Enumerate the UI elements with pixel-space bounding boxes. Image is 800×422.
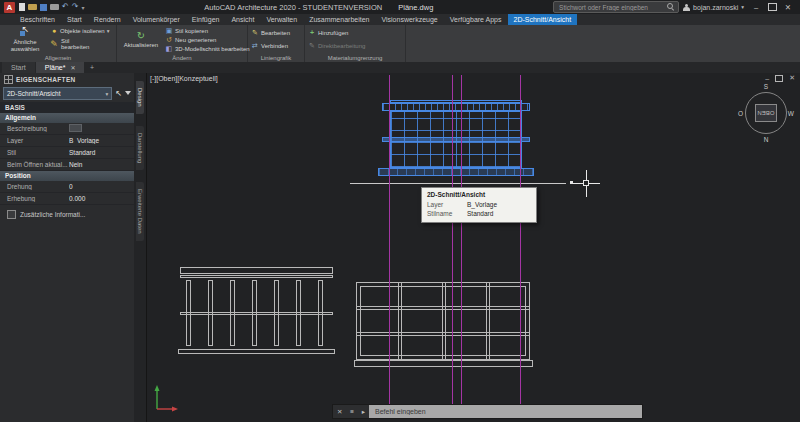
material-boundary-add-button[interactable]: + Hinzufügen (308, 28, 402, 37)
autocad-window: A ↶ ↷ ▾ AutoCAD Architecture 2020 - STUD… (0, 0, 800, 422)
select-similar-icon: ↖ (19, 27, 32, 39)
copy-style-button[interactable]: ▣ Stil kopieren (165, 26, 244, 35)
ribbon-tab-rendern[interactable]: Rendern (88, 14, 127, 25)
object-type-dropdown[interactable]: 2D-Schnitt/Ansicht ▾ (3, 87, 112, 100)
user-icon (683, 4, 690, 11)
refresh-icon: ↻ (137, 30, 145, 42)
viewcube-north[interactable]: N (764, 136, 769, 143)
drawing-canvas[interactable]: [-][Oben][Konzeptuell] – ✕ S W N O OBEN (146, 73, 800, 422)
close-button[interactable]: ✕ (780, 1, 796, 13)
construction-line-4[interactable] (520, 75, 521, 405)
viewcube-south[interactable]: S (764, 83, 768, 90)
ribbon-tab-verwalten[interactable]: Verwalten (260, 14, 303, 25)
minimize-button[interactable]: – (748, 1, 764, 13)
search-input[interactable] (557, 3, 665, 12)
palette-tab-design[interactable]: Design (136, 81, 144, 114)
panel-label-liniengrafik[interactable]: Liniengrafik (248, 54, 304, 62)
username: bojan.zarnoski (693, 4, 738, 11)
panel-materialumgrenzung: + Hinzufügen ✎ Direktbearbeitung Materia… (305, 25, 406, 62)
account-area[interactable]: bojan.zarnoski ▾ (683, 4, 744, 11)
isolate-dropdown-icon[interactable]: ▾ (107, 28, 110, 34)
section-position[interactable]: Position (0, 171, 134, 181)
wireframe-elevation-left[interactable] (180, 267, 334, 361)
style-value[interactable]: Standard (69, 149, 134, 156)
user-menu-caret-icon[interactable]: ▾ (741, 4, 744, 10)
select-similar-button[interactable]: ↖ Ähnliche auswählen (3, 26, 47, 53)
doc-close-icon[interactable]: ✕ (789, 74, 795, 82)
new-file-icon[interactable] (19, 3, 25, 11)
ribbon-tab-visionswerkzeuge[interactable]: Visionswerkzeuge (375, 14, 443, 25)
file-tab-plaene[interactable]: Pläne* ✕ (36, 62, 85, 73)
undo-icon[interactable]: ↶ (62, 3, 69, 11)
construction-line-1[interactable] (389, 75, 390, 405)
refresh-button[interactable]: ↻ Aktualisieren (120, 26, 162, 53)
new-drawing-tab-button[interactable]: + (85, 62, 98, 73)
linework-merge-button[interactable]: ⇄ Verbinden (251, 42, 301, 51)
maximize-icon (768, 3, 777, 11)
viewport-controls[interactable]: [-][Oben][Konzeptuell] (150, 75, 218, 82)
rollover-tooltip: 2D-Schnitt/Ansicht Layer B_Vorlage Stiln… (421, 187, 537, 223)
panel-label-aendern[interactable]: Ändern (117, 54, 247, 62)
command-input[interactable] (373, 407, 638, 416)
command-customize-icon[interactable]: ≡ (350, 408, 354, 415)
edit-3d-model-section-button[interactable]: ◧ 3D-Modellschnitt bearbeiten (165, 44, 244, 53)
panel-label-materialumgrenzung[interactable]: Materialumgrenzung (305, 54, 405, 62)
palette-tab-darstellung[interactable]: Darstellung (136, 126, 144, 170)
viewcube-west[interactable]: W (788, 110, 794, 117)
viewcube-east[interactable]: O (738, 110, 743, 117)
ribbon-tab-2d-schnitt-ansicht[interactable]: 2D-Schnitt/Ansicht (508, 14, 578, 25)
select-objects-icon[interactable]: ↖ (115, 89, 122, 98)
ribbon-tab-beschriften[interactable]: Beschriften (14, 14, 61, 25)
wireframe-elevation-right[interactable] (356, 282, 532, 370)
description-button[interactable] (69, 124, 82, 132)
plot-icon[interactable] (50, 4, 59, 10)
properties-palette: EIGENSCHAFTEN 2D-Schnitt/Ansicht ▾ ↖ BAS… (0, 73, 147, 422)
maximize-button[interactable] (764, 1, 780, 13)
property-row-stil: Stil Standard (0, 147, 134, 159)
redo-icon[interactable]: ↷ (72, 3, 79, 11)
panel-label-allgemein[interactable]: Allgemein (0, 54, 116, 62)
file-tab-start[interactable]: Start (2, 62, 35, 73)
construction-line-3[interactable] (461, 75, 462, 405)
file-tab-close-icon[interactable]: ✕ (70, 64, 75, 71)
ribbon-tab-ansicht[interactable]: Ansicht (225, 14, 260, 25)
ribbon-spacer (406, 25, 800, 62)
ribbon-tab-einfuegen[interactable]: Einfügen (186, 14, 226, 25)
isolate-objects-button[interactable]: ● Objekte isolieren ▾ (50, 26, 113, 35)
elevation-value[interactable]: 0.000 (69, 195, 134, 202)
palette-tab-strip: Design Darstellung Erweiterte Daten (134, 73, 146, 422)
ribbon-tab-verfuegbare-apps[interactable]: Verfügbare Apps (444, 14, 508, 25)
command-close-icon[interactable]: ✕ (337, 408, 342, 416)
copy-style-icon: ▣ (165, 27, 173, 35)
construction-line-2[interactable] (452, 75, 453, 405)
selection-row: 2D-Schnitt/Ansicht ▾ ↖ (0, 85, 134, 102)
panel-aendern: ↻ Aktualisieren ▣ Stil kopieren ↺ Neu ge… (117, 25, 248, 62)
ribbon-tab-volumenkoerper[interactable]: Volumenkörper (127, 14, 186, 25)
section-allgemein[interactable]: Allgemein (0, 113, 134, 123)
linework-edit-button[interactable]: ✎ Bearbeiten (251, 28, 301, 37)
crosshair-cursor (573, 170, 600, 197)
palette-tab-erweiterte-daten[interactable]: Erweiterte Daten (136, 182, 144, 241)
regenerate-button[interactable]: ↺ Neu generieren (165, 35, 244, 44)
viewcube-top-face[interactable]: OBEN (755, 104, 777, 122)
viewcube[interactable]: S W N O OBEN (738, 85, 794, 141)
qat-dropdown-icon[interactable]: ▾ (81, 4, 84, 11)
save-icon[interactable] (40, 4, 47, 11)
doc-minimize-icon[interactable]: – (765, 75, 769, 82)
additional-info-button[interactable]: Zusätzliche Informati... (7, 210, 127, 219)
regenerate-icon: ↺ (165, 36, 173, 44)
doc-restore-icon[interactable] (775, 75, 783, 82)
edit-style-button[interactable]: ✎ Stil bearbeiten (50, 35, 113, 53)
ribbon-tab-zusammenarbeiten[interactable]: Zusammenarbeiten (303, 14, 375, 25)
ribbon-tab-start[interactable]: Start (61, 14, 88, 25)
command-history-chevron-icon[interactable]: ▸ (362, 408, 365, 416)
linework-edit-icon: ✎ (251, 29, 259, 37)
rotation-value[interactable]: 0 (69, 183, 134, 190)
quick-select-icon[interactable] (125, 91, 131, 95)
app-menu-button[interactable]: A (4, 2, 15, 13)
selected-2d-elevation[interactable] (378, 100, 534, 185)
open-file-icon[interactable] (28, 4, 37, 10)
refresh-on-open-value[interactable]: Nein (69, 161, 134, 168)
layer-value[interactable]: B_Vorlage (69, 137, 134, 144)
search-icon[interactable] (667, 3, 675, 11)
